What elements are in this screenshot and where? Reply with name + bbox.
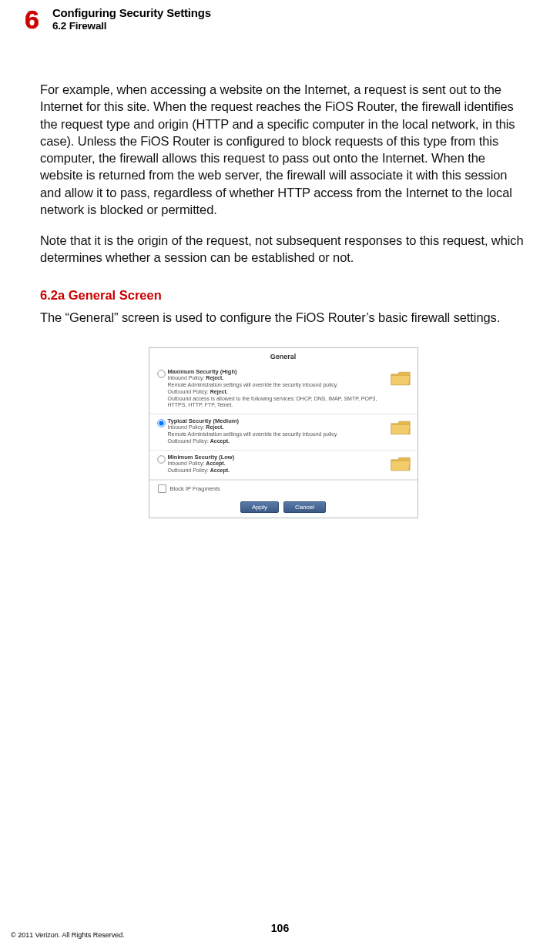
option-text-medium: Typical Security (Medium) Inbound Policy… [168, 417, 413, 445]
body-paragraph-1: For example, when accessing a website on… [40, 81, 526, 218]
subsection-title: 6.2a General Screen [40, 288, 526, 303]
section-label: 6.2 Firewall [52, 20, 211, 32]
chapter-number: 6 [25, 5, 39, 35]
security-option-low[interactable]: Minimum Security (Low) Inbound Policy: A… [149, 451, 417, 480]
general-panel: General Maximum Security (High) Inbound … [149, 347, 418, 518]
cancel-button[interactable]: Cancel [283, 501, 326, 513]
copyright-text: © 2011 Verizon. All Rights Reserved. [11, 931, 125, 939]
folder-icon [390, 455, 411, 472]
block-ip-checkbox[interactable] [157, 484, 166, 493]
chapter-title: Configuring Security Settings [52, 6, 211, 19]
body-paragraph-3: The “General” screen is used to configur… [40, 309, 526, 326]
panel-title: General [149, 351, 417, 365]
folder-icon [390, 419, 411, 436]
folder-icon [390, 370, 411, 387]
block-ip-label: Block IP Fragments [170, 485, 220, 492]
option-text-high: Maximum Security (High) Inbound Policy: … [168, 368, 413, 409]
security-option-high[interactable]: Maximum Security (High) Inbound Policy: … [149, 365, 417, 414]
radio-low[interactable] [157, 455, 165, 463]
option-text-low: Minimum Security (Low) Inbound Policy: A… [168, 454, 413, 474]
security-option-medium[interactable]: Typical Security (Medium) Inbound Policy… [149, 414, 417, 451]
radio-medium[interactable] [157, 419, 165, 427]
apply-button[interactable]: Apply [240, 501, 279, 513]
block-ip-fragments-row: Block IP Fragments [149, 480, 417, 498]
radio-high[interactable] [157, 370, 165, 377]
body-paragraph-2: Note that it is the origin of the reques… [40, 232, 526, 266]
